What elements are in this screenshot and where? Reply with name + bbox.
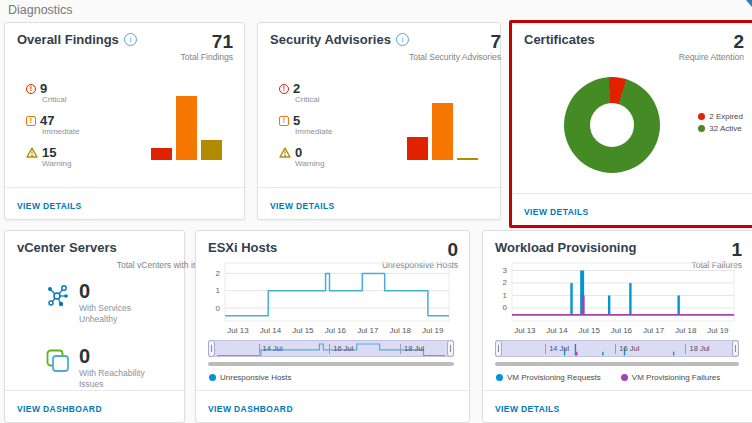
svg-text:1: 1 bbox=[216, 286, 221, 295]
slider-handle-left[interactable] bbox=[495, 340, 502, 357]
svg-text:Jul 18: Jul 18 bbox=[390, 326, 412, 335]
time-range-slider[interactable]: 14 Jul16 Jul18 Jul bbox=[208, 340, 454, 357]
stat-label: Warning bbox=[42, 159, 79, 168]
view-details-link[interactable]: VIEW DETAILS bbox=[17, 201, 82, 211]
card-security-advisories: Security Advisories 7 Total Security Adv… bbox=[257, 22, 501, 220]
svg-text:Jul 19: Jul 19 bbox=[707, 326, 729, 335]
view-dashboard-link[interactable]: VIEW DASHBOARD bbox=[208, 404, 293, 414]
stat-warning: 15 Warning bbox=[26, 145, 79, 168]
unresponsive-hosts-line-chart: 012Jul 13Jul 14Jul 15Jul 16Jul 17Jul 18J… bbox=[199, 257, 457, 339]
chart-legend: 2 Expired 32 Active bbox=[698, 109, 743, 136]
legend-dot-active bbox=[698, 125, 705, 132]
legend-item-active: 32 Active bbox=[698, 124, 743, 133]
stat-value: 0 bbox=[79, 346, 157, 366]
card-body: Certificates 2 Require Attention 2 Expir… bbox=[512, 23, 752, 193]
slider-handle-right[interactable] bbox=[447, 340, 454, 357]
bar-critical bbox=[151, 148, 172, 160]
slider-handle-left[interactable] bbox=[208, 340, 215, 357]
svg-text:2: 2 bbox=[503, 278, 508, 287]
svg-text:1: 1 bbox=[503, 291, 508, 300]
svg-text:3: 3 bbox=[503, 266, 508, 275]
scrollbar-arrow-artifact bbox=[746, 0, 752, 7]
immediate-square-icon bbox=[279, 116, 289, 126]
chart-legend: Unresponsive Hosts bbox=[209, 370, 292, 385]
card-footer: VIEW DETAILS bbox=[258, 187, 500, 219]
card-title: vCenter Servers bbox=[17, 240, 117, 255]
slider-handle-right[interactable] bbox=[732, 340, 739, 357]
stat-value: 15 bbox=[42, 145, 56, 160]
advisories-bar-chart bbox=[407, 103, 478, 160]
svg-text:Jul 15: Jul 15 bbox=[292, 326, 314, 335]
stat-immediate: 47 Immediate bbox=[26, 113, 79, 136]
slider-tick-label: 18 Jul bbox=[685, 344, 709, 354]
time-range-slider[interactable]: 14 Jul16 Jul18 Jul bbox=[495, 340, 739, 357]
svg-text:0: 0 bbox=[216, 304, 221, 313]
slider-tick-label: 14 Jul bbox=[545, 344, 569, 354]
stat-reachability-issues: 0 With Reachability Issues bbox=[45, 346, 157, 389]
legend-item-unresponsive-hosts: Unresponsive Hosts bbox=[209, 373, 292, 382]
card-header: Certificates 2 Require Attention bbox=[512, 23, 752, 62]
chart-canvas: 012Jul 13Jul 14Jul 15Jul 16Jul 17Jul 18J… bbox=[199, 257, 457, 335]
card-certificates: Certificates 2 Require Attention 2 Expir… bbox=[509, 20, 752, 228]
svg-text:Jul 13: Jul 13 bbox=[227, 326, 249, 335]
card-total: 71 Total Findings bbox=[181, 32, 233, 62]
svg-text:Jul 14: Jul 14 bbox=[546, 326, 568, 335]
stat-value: 9 bbox=[40, 81, 47, 96]
chart-canvas: 0123Jul 13Jul 14Jul 15Jul 16Jul 17Jul 18… bbox=[486, 257, 742, 335]
card-footer: VIEW DASHBOARD bbox=[5, 390, 184, 422]
card-title: Overall Findings bbox=[17, 32, 119, 47]
svg-text:Jul 19: Jul 19 bbox=[422, 326, 444, 335]
stat-label: Warning bbox=[295, 159, 332, 168]
total-value: 7 bbox=[409, 32, 501, 51]
card-body: vCenter Servers 0 Total vCenters with is… bbox=[5, 231, 184, 390]
legend-label: Unresponsive Hosts bbox=[220, 373, 292, 382]
legend-item-expired: 2 Expired bbox=[698, 112, 743, 121]
view-details-link[interactable]: VIEW DETAILS bbox=[270, 201, 335, 211]
view-dashboard-link[interactable]: VIEW DASHBOARD bbox=[17, 404, 102, 414]
svg-text:Jul 16: Jul 16 bbox=[325, 326, 347, 335]
bar-immediate bbox=[432, 103, 453, 160]
view-details-link[interactable]: VIEW DETAILS bbox=[524, 207, 589, 217]
bar-immediate bbox=[176, 96, 197, 160]
svg-text:Jul 18: Jul 18 bbox=[675, 326, 697, 335]
stat-services-unhealthy: 0 With Services Unhealthy bbox=[45, 281, 157, 324]
svg-text:Jul 13: Jul 13 bbox=[514, 326, 536, 335]
total-value: 2 bbox=[679, 32, 744, 51]
findings-bar-chart bbox=[151, 96, 222, 160]
total-value: 71 bbox=[181, 32, 233, 51]
immediate-square-icon bbox=[26, 116, 36, 126]
stat-label: Immediate bbox=[295, 127, 332, 136]
legend-item-vm-provisioning-requests: VM Provisioning Requests bbox=[496, 373, 601, 382]
slider-tick-label: 16 Jul bbox=[329, 344, 353, 354]
certificates-donut-chart bbox=[564, 77, 660, 173]
svg-text:Jul 17: Jul 17 bbox=[357, 326, 379, 335]
legend-item-vm-provisioning-failures: VM Provisioning Failures bbox=[621, 373, 720, 382]
stat-label: With Reachability Issues bbox=[79, 368, 157, 389]
info-icon[interactable] bbox=[124, 33, 137, 46]
card-body: ESXi Hosts 0 Unresponsive Hosts 012Jul 1… bbox=[196, 231, 469, 390]
stat-immediate: 5 Immediate bbox=[279, 113, 332, 136]
card-footer: VIEW DETAILS bbox=[483, 390, 752, 422]
info-icon[interactable] bbox=[396, 33, 409, 46]
critical-circle-icon bbox=[279, 84, 289, 94]
view-details-link[interactable]: VIEW DETAILS bbox=[495, 404, 560, 414]
stat-label: Immediate bbox=[42, 127, 79, 136]
card-total: 7 Total Security Advisories bbox=[409, 32, 501, 62]
card-workload-provisioning: Workload Provisioning 1 Total Failures 0… bbox=[482, 230, 752, 423]
horizontal-scrollbar[interactable] bbox=[495, 362, 739, 366]
reachability-layers-icon bbox=[45, 348, 71, 374]
slider-tick-label: 18 Jul bbox=[400, 344, 424, 354]
stat-value: 5 bbox=[293, 113, 300, 128]
card-footer: VIEW DASHBOARD bbox=[196, 390, 469, 422]
stat-critical: 9 Critical bbox=[26, 81, 79, 104]
warning-triangle-icon bbox=[279, 147, 291, 158]
findings-stats: 9 Critical 47 Immediate 15 Warning bbox=[26, 81, 79, 177]
horizontal-scrollbar[interactable] bbox=[208, 362, 454, 366]
svg-text:Jul 17: Jul 17 bbox=[643, 326, 665, 335]
legend-dot bbox=[496, 374, 503, 381]
card-title: Workload Provisioning bbox=[495, 240, 636, 255]
stat-warning: 0 Warning bbox=[279, 145, 332, 168]
legend-label: 32 Active bbox=[709, 124, 741, 133]
total-label: Require Attention bbox=[679, 52, 744, 62]
provisioning-spike-chart: 0123Jul 13Jul 14Jul 15Jul 16Jul 17Jul 18… bbox=[486, 257, 742, 339]
